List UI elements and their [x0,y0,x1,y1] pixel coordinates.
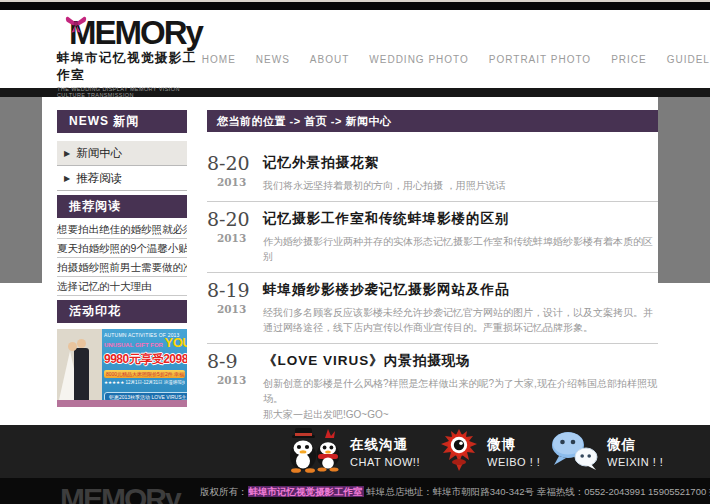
news-date-block: 8-20 2013 [207,153,263,194]
qq-penguins-icon [286,427,341,477]
promo-banner[interactable]: AUTUMN ACTIVITIES OF 2013 UNUSUAL GIFT F… [57,329,187,407]
banner-text: AUTUMN ACTIVITIES OF 2013 UNUSUAL GIFT F… [104,332,185,403]
site-header: MEMORy 蚌埠市记忆视觉摄影工作室 THE WEDDING DISPLAY … [0,10,710,88]
news-date: 8-19 [207,280,263,300]
footer-logo: MEMORy [60,482,180,504]
banner-offer-bar: 8000元精品大床照限价5折2件 幸福新婚送给你 [104,370,185,378]
logo-subtitle: 蚌埠市记忆视觉摄影工作室 [57,50,202,84]
news-item: 8-20 2013 记忆外景拍摄花絮 我们将永远坚持着最初的方向，用心拍摄 ，用… [207,146,658,202]
news-desc: 我们将永远坚持着最初的方向，用心拍摄 ，用照片说话 [263,178,658,194]
news-title-link[interactable]: 《LOVE VIRUS》内景拍摄现场 [263,352,658,370]
top-black-bar [0,2,710,10]
nav-portrait-photo[interactable]: PORTRAIT PHOTO [489,54,591,65]
banner-bottom-strip [57,400,187,407]
nav-price[interactable]: PRICE [611,54,647,65]
main-nav: HOME NEWS ABOUT WEDDING PHOTO PORTRAIT P… [202,10,710,88]
news-body: 蚌埠婚纱影楼抄袭记忆摄影网站及作品 经我们多名顾客反应该影楼未经允许抄袭记忆官方… [263,280,658,336]
breadcrumb: 您当前的位置 -> 首页 -> 新闻中心 [207,110,658,132]
recommend-link[interactable]: 拍摄婚纱照前男士需要做的准备 [57,258,187,277]
content-panel: NEWS 新闻 ▶新闻中心 ▶推荐阅读 推荐阅读 想要拍出绝佳的婚纱照就必须知 … [42,97,658,425]
arrow-right-icon: ▶ [64,174,70,183]
sidebar-item-news-center[interactable]: ▶新闻中心 [57,141,187,166]
news-date: 8-9 [207,351,263,371]
social-label-cn: 在线沟通 [350,436,420,454]
news-desc: 作为婚纱摄影行业两种并存的实体形态记忆摄影工作室和传统蚌埠婚纱影楼有着本质的区别 [263,234,658,265]
sidebar-menu: ▶新闻中心 ▶推荐阅读 [57,141,187,191]
banner-line2-text: UNUSUAL GIFT FOR [104,342,163,348]
nav-about[interactable]: ABOUT [310,54,349,65]
arrow-right-icon: ▶ [64,149,70,158]
sidebar-item-label: 新闻中心 [76,147,122,159]
news-date-block: 8-9 2013 [207,351,263,423]
social-text: 在线沟通 CHAT NOW!! [350,436,420,468]
footer-copyright: 版权所有：蚌埠市记忆视觉摄影工作室 蚌埠总店地址：蚌埠市朝阳路340-342号 … [200,486,710,499]
recommend-link[interactable]: 夏天拍婚纱照的9个温馨小贴士 [57,239,187,258]
social-bar: 在线沟通 CHAT NOW!! 微博 WEIBO ! ! [0,425,710,478]
footer-address: 蚌埠总店地址：蚌埠市朝阳路340-342号 [364,486,535,497]
sidebar-item-recommended[interactable]: ▶推荐阅读 [57,166,187,191]
recommend-link[interactable]: 想要拍出绝佳的婚纱照就必须知 [57,220,187,239]
banner-you-text: YOU [165,335,187,350]
news-year: 2013 [207,303,263,315]
sidebar-news-header: NEWS 新闻 [57,110,187,133]
news-item: 8-19 2013 蚌埠婚纱影楼抄袭记忆摄影网站及作品 经我们多名顾客反应该影楼… [207,273,658,344]
social-text: 微信 WEIXIN ! ! [607,436,663,468]
news-title-link[interactable]: 蚌埠婚纱影楼抄袭记忆摄影网站及作品 [263,281,658,299]
news-body: 记忆外景拍摄花絮 我们将永远坚持着最初的方向，用心拍摄 ，用照片说话 [263,153,658,194]
banner-line2: UNUSUAL GIFT FOR YOU [104,338,185,350]
breadcrumb-sep: -> [331,115,342,127]
qq-chat-button[interactable]: 在线沟通 CHAT NOW!! [286,427,420,477]
news-year: 2013 [207,176,263,188]
news-year: 2013 [207,374,263,386]
weibo-icon [440,428,478,476]
wedding-couple-photo [57,329,102,400]
news-date-block: 8-20 2013 [207,209,263,265]
nav-wedding-photo[interactable]: WEDDING PHOTO [369,54,468,65]
footer-studio-link[interactable]: 蚌埠市记忆视觉摄影工作室 [248,486,364,497]
weibo-button[interactable]: 微博 WEIBO ! ! [440,428,540,476]
nav-guidelines[interactable]: GUIDELINES [667,54,710,65]
banner-price: 9980元享受20980元 [104,351,185,368]
footer-support: 技术支持：华迅网络 [706,486,710,497]
nav-news[interactable]: NEWS [256,54,290,65]
breadcrumb-home-link[interactable]: 首页 [304,115,327,127]
breadcrumb-prefix: 您当前的位置 -> [217,115,301,127]
social-label-cn: 微信 [607,436,663,454]
social-label-en: WEIXIN ! ! [607,456,663,468]
news-desc: 创新创意的影楼是什么风格?样照是怎样做出来的呢?为了大家,现在介绍韩国总部拍样照… [263,376,658,423]
news-list: 8-20 2013 记忆外景拍摄花絮 我们将永远坚持着最初的方向，用心拍摄 ，用… [207,146,658,430]
news-year: 2013 [207,232,263,244]
news-title-link[interactable]: 记忆摄影工作室和传统蚌埠影楼的区别 [263,210,658,228]
news-item: 8-20 2013 记忆摄影工作室和传统蚌埠影楼的区别 作为婚纱摄影行业两种并存… [207,202,658,273]
footer-copyright-label: 版权所有： [200,486,248,497]
news-date-block: 8-19 2013 [207,280,263,336]
sidebar: NEWS 新闻 ▶新闻中心 ▶推荐阅读 推荐阅读 想要拍出绝佳的婚纱照就必须知 … [57,110,187,425]
site-logo[interactable]: MEMORy 蚌埠市记忆视觉摄影工作室 THE WEDDING DISPLAY … [57,16,202,88]
sidebar-recommend-links: 想要拍出绝佳的婚纱照就必须知 夏天拍婚纱照的9个温馨小贴士 拍摄婚纱照前男士需要… [57,220,187,296]
breadcrumb-current-link[interactable]: 新闻中心 [345,115,391,127]
recommend-link[interactable]: 选择记忆的十大理由 [57,277,187,296]
pink-bow-icon [65,15,87,38]
wechat-button[interactable]: 微信 WEIXIN ! ! [550,430,663,474]
social-text: 微博 WEIBO ! ! [487,436,540,468]
page: MEMORy 蚌埠市记忆视觉摄影工作室 THE WEDDING DISPLAY … [0,0,710,504]
footer-hotline: 幸福热线：0552-2043991 15905521700 [534,486,706,497]
news-desc: 经我们多名顾客反应该影楼未经允许抄袭记忆官方网站的图片，设计，以及文案拷贝。并通… [263,305,658,336]
news-body: 记忆摄影工作室和传统蚌埠影楼的区别 作为婚纱摄影行业两种并存的实体形态记忆摄影工… [263,209,658,265]
news-date: 8-20 [207,209,263,229]
sidebar-recommend-header: 推荐阅读 [57,195,187,218]
social-label-en: WEIBO ! ! [487,456,540,468]
news-item: 8-9 2013 《LOVE VIRUS》内景拍摄现场 创新创意的影楼是什么风格… [207,344,658,431]
groom-suit-shape [74,348,89,400]
sidebar-item-label: 推荐阅读 [76,172,122,184]
social-label-cn: 微博 [487,436,540,454]
banner-stars-line: ★★★★★ 12月1日-12月31日 浪漫婚照拍摄季 ★★★★★ [104,380,185,385]
news-title-link[interactable]: 记忆外景拍摄花絮 [263,154,658,172]
nav-home[interactable]: HOME [202,54,236,65]
wechat-icon [550,430,598,474]
footer: MEMORy 版权所有：蚌埠市记忆视觉摄影工作室 蚌埠总店地址：蚌埠市朝阳路34… [0,478,710,504]
bride-head-shape [68,342,77,351]
news-main: 您当前的位置 -> 首页 -> 新闻中心 8-20 2013 记忆外景拍摄花絮 … [207,110,658,425]
groom-head-shape [77,339,86,348]
news-date: 8-20 [207,153,263,173]
